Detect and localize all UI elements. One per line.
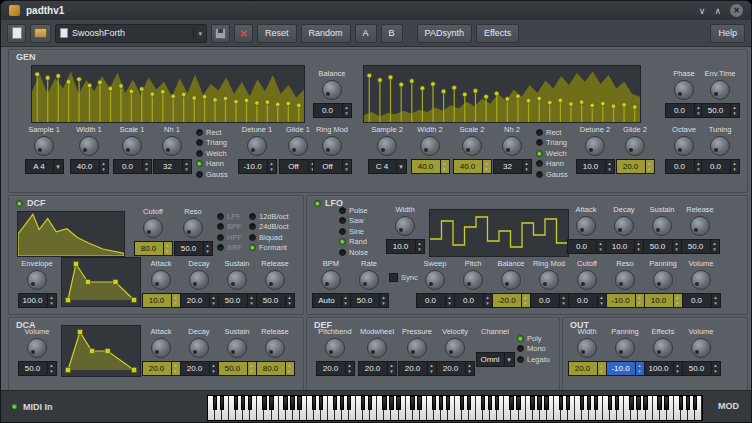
lfo-ringmod-spinbox[interactable]: 0.0 bbox=[530, 293, 569, 308]
piano-black-key[interactable] bbox=[389, 396, 393, 410]
def-velocity-knob[interactable] bbox=[445, 338, 465, 358]
lfo-shape-rand[interactable]: Rand bbox=[339, 237, 368, 248]
dca-release-spinbox[interactable]: 80.0 bbox=[256, 361, 295, 376]
piano-black-key[interactable] bbox=[481, 396, 485, 410]
dca-envelope-display[interactable] bbox=[61, 325, 141, 377]
gen-shape2-rect[interactable]: Rect bbox=[536, 127, 568, 138]
spin-arrows[interactable] bbox=[285, 294, 294, 307]
spin-arrows[interactable] bbox=[730, 160, 739, 173]
lfo-rate-knob[interactable] bbox=[359, 270, 379, 290]
spin-arrows[interactable] bbox=[142, 160, 151, 173]
spin-arrows[interactable] bbox=[645, 160, 654, 173]
lfo-sweep-spinbox[interactable]: 0.0 bbox=[416, 293, 455, 308]
lfo-attack-spinbox[interactable]: 0.0 bbox=[567, 239, 606, 254]
lfo-shape-pulse[interactable]: Pulse bbox=[339, 205, 368, 216]
gen-detune2-spinbox[interactable]: 10.0 bbox=[576, 159, 615, 174]
dcf-slope-24db[interactable]: 24dB/oct bbox=[249, 222, 289, 233]
lfo-cutoff-spinbox[interactable]: 0.0 bbox=[568, 293, 607, 308]
piano-black-key[interactable] bbox=[629, 396, 633, 410]
spin-arrows[interactable] bbox=[285, 362, 294, 375]
dcf-type-bpf[interactable]: BPF bbox=[217, 222, 242, 233]
piano-black-key[interactable] bbox=[213, 396, 217, 410]
lfo-panning-knob[interactable] bbox=[653, 270, 673, 290]
tab-effects[interactable]: Effects bbox=[476, 24, 519, 43]
gen-shape2-triang[interactable]: Triang bbox=[536, 138, 568, 149]
lfo-width-spinbox[interactable]: 10.0 bbox=[386, 239, 425, 254]
def-pressure-knob[interactable] bbox=[407, 338, 427, 358]
piano-black-key[interactable] bbox=[516, 396, 520, 410]
spin-arrows[interactable] bbox=[345, 362, 354, 375]
lfo-balance-knob[interactable] bbox=[501, 270, 521, 290]
piano-black-key[interactable] bbox=[297, 396, 301, 410]
piano-black-key[interactable] bbox=[241, 396, 245, 410]
def-modwheel-spinbox[interactable]: 20.0 bbox=[358, 361, 397, 376]
lfo-balance-spinbox[interactable]: -20.0 bbox=[492, 293, 531, 308]
out-width-spinbox[interactable]: 20.0 bbox=[568, 361, 607, 376]
reset-button[interactable]: Reset bbox=[257, 24, 297, 43]
piano-black-key[interactable] bbox=[530, 396, 534, 410]
spin-arrows[interactable] bbox=[465, 362, 474, 375]
piano-black-key[interactable] bbox=[636, 396, 640, 410]
def-mode-poly[interactable]: Poly bbox=[517, 333, 550, 344]
dcf-enable-led[interactable] bbox=[16, 200, 23, 207]
def-channel-combo[interactable]: Omni bbox=[476, 352, 515, 367]
piano-black-key[interactable] bbox=[234, 396, 238, 410]
out-panning-knob[interactable] bbox=[615, 338, 635, 358]
lfo-shape-sine[interactable]: Sine bbox=[339, 226, 368, 237]
piano-black-key[interactable] bbox=[693, 396, 697, 410]
lfo-width-knob[interactable] bbox=[395, 216, 415, 236]
new-preset-button[interactable] bbox=[7, 24, 26, 43]
piano-black-key[interactable] bbox=[361, 396, 365, 410]
piano-black-key[interactable] bbox=[382, 396, 386, 410]
sample1-harmonics-display[interactable] bbox=[31, 65, 305, 123]
lfo-sync-checkbox[interactable]: Sync bbox=[389, 273, 418, 282]
dca-attack-knob[interactable] bbox=[151, 338, 171, 358]
lfo-sustain-spinbox[interactable]: 50.0 bbox=[643, 239, 682, 254]
dcf-reso-spinbox[interactable]: 50.0 bbox=[174, 241, 213, 256]
dca-release-knob[interactable] bbox=[265, 338, 285, 358]
gen-glide2-knob[interactable] bbox=[625, 136, 645, 156]
lfo-decay-knob[interactable] bbox=[614, 216, 634, 236]
dcf-envelope-display[interactable] bbox=[61, 257, 141, 307]
piano-black-key[interactable] bbox=[686, 396, 690, 410]
piano-black-key[interactable] bbox=[580, 396, 584, 410]
dca-decay-knob[interactable] bbox=[189, 338, 209, 358]
piano-black-key[interactable] bbox=[495, 396, 499, 410]
dcf-decay-knob[interactable] bbox=[189, 270, 209, 290]
gen-scale2-spinbox[interactable]: 40.0 bbox=[453, 159, 492, 174]
dcf-envelope-spinbox[interactable]: 100.0 bbox=[18, 293, 57, 308]
gen-width2-knob[interactable] bbox=[420, 136, 440, 156]
piano-black-key[interactable] bbox=[537, 396, 541, 410]
preset-combo[interactable]: SwooshForth bbox=[55, 24, 207, 43]
lfo-release-knob[interactable] bbox=[690, 216, 710, 236]
dca-sustain-spinbox[interactable]: 50.0 bbox=[218, 361, 257, 376]
gen-sample1-combo[interactable]: A 4 bbox=[25, 159, 64, 174]
piano-black-key[interactable] bbox=[509, 396, 513, 410]
piano-black-key[interactable] bbox=[460, 396, 464, 410]
gen-shape1-gauss[interactable]: Gauss bbox=[196, 169, 228, 180]
dropdown-arrow-icon[interactable] bbox=[193, 28, 202, 38]
random-button[interactable]: Random bbox=[301, 24, 351, 43]
lfo-shape-saw[interactable]: Saw bbox=[339, 216, 368, 227]
piano-black-key[interactable] bbox=[439, 396, 443, 410]
gen-tuning-spinbox[interactable]: 0.0 bbox=[701, 159, 740, 174]
gen-phase-knob[interactable] bbox=[674, 80, 694, 100]
dcf-sustain-knob[interactable] bbox=[227, 270, 247, 290]
lfo-bpm-spinbox[interactable]: Auto bbox=[312, 293, 351, 308]
piano-black-key[interactable] bbox=[587, 396, 591, 410]
gen-shape1-rect[interactable]: Rect bbox=[196, 127, 228, 138]
bank-b-button[interactable]: B bbox=[381, 24, 403, 43]
gen-tuning-knob[interactable] bbox=[710, 136, 730, 156]
spin-arrows[interactable] bbox=[440, 160, 449, 173]
def-mode-legato[interactable]: Legato bbox=[517, 354, 550, 365]
lfo-enable-led[interactable] bbox=[314, 200, 321, 207]
lfo-reso-spinbox[interactable]: -10.0 bbox=[606, 293, 645, 308]
dcf-type-lpf[interactable]: LPF bbox=[217, 211, 242, 222]
def-velocity-spinbox[interactable]: 20.0 bbox=[436, 361, 475, 376]
lfo-volume-spinbox[interactable]: 0.0 bbox=[682, 293, 721, 308]
gen-balance-spinbox[interactable]: 0.0 bbox=[313, 103, 352, 118]
gen-scale2-knob[interactable] bbox=[462, 136, 482, 156]
lfo-reso-knob[interactable] bbox=[615, 270, 635, 290]
spin-arrows[interactable] bbox=[730, 104, 739, 117]
piano-black-key[interactable] bbox=[410, 396, 414, 410]
